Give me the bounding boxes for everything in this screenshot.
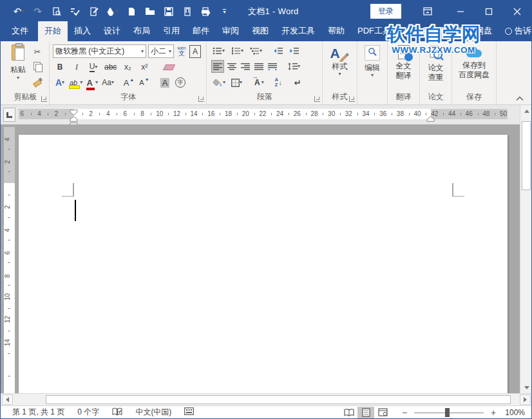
multilevel-list-button[interactable]: ▾: [249, 44, 263, 57]
cut-icon[interactable]: ✂: [32, 45, 43, 58]
proofing-icon[interactable]: [106, 407, 129, 418]
tab-ribbon[interactable]: 视图: [245, 21, 275, 41]
change-case-button[interactable]: Aa▾: [102, 76, 114, 89]
edit-doc-icon[interactable]: [84, 3, 103, 20]
align-right-button[interactable]: [240, 60, 251, 73]
maximize-icon[interactable]: [475, 1, 503, 22]
align-left-button[interactable]: [211, 60, 224, 73]
underline-button[interactable]: U▾: [88, 61, 99, 73]
text-effects-button[interactable]: A▾: [54, 76, 66, 89]
justify-button[interactable]: [253, 60, 265, 73]
font-name-combobox[interactable]: 微软雅黑 (中文正文)▾: [53, 44, 146, 58]
copy-icon[interactable]: [32, 60, 43, 73]
touch-mode-icon[interactable]: ▾: [103, 3, 122, 20]
tab-file[interactable]: 文件: [2, 21, 38, 41]
zoom-out-button[interactable]: −: [400, 407, 409, 418]
highlight-button[interactable]: ab▾: [70, 76, 82, 89]
styles-dialog-launcher-icon[interactable]: [349, 96, 355, 102]
login-button[interactable]: 登录: [370, 4, 401, 19]
clipboard-dialog-launcher-icon[interactable]: [41, 96, 47, 102]
format-painter-icon[interactable]: [32, 75, 43, 88]
asian-layout-button[interactable]: A▾: [253, 76, 265, 89]
distribute-text-button[interactable]: [267, 60, 278, 73]
read-mode-icon[interactable]: [341, 407, 357, 418]
subscript-button[interactable]: x₂: [122, 61, 133, 73]
language-indicator[interactable]: 中文(中国): [129, 407, 178, 418]
vertical-scrollbar[interactable]: [520, 105, 532, 393]
zoom-in-button[interactable]: +: [489, 407, 498, 418]
sort-button[interactable]: AZ↓: [274, 76, 283, 89]
attachment-icon[interactable]: [178, 3, 196, 20]
minimize-icon[interactable]: [446, 1, 475, 22]
collapse-ribbon-icon[interactable]: [516, 94, 524, 99]
horizontal-scrollbar[interactable]: [1, 393, 531, 405]
save-icon[interactable]: [159, 3, 178, 20]
bold-button[interactable]: B: [54, 61, 66, 73]
font-color-button[interactable]: A▾: [86, 76, 98, 89]
grow-font-button[interactable]: A▲: [123, 76, 135, 89]
scroll-right-icon[interactable]: [520, 395, 531, 405]
spelling-icon[interactable]: [66, 3, 84, 20]
italic-button[interactable]: I: [71, 61, 82, 73]
tab-ribbon[interactable]: 引用: [157, 21, 186, 41]
paste-dropdown-icon[interactable]: ▾: [17, 75, 19, 81]
paste-button[interactable]: 粘贴 ▾: [6, 44, 30, 91]
tab-ribbon[interactable]: 更多工具: [406, 21, 452, 41]
editing-dropdown-icon[interactable]: ▾: [371, 73, 374, 78]
clear-formatting-button[interactable]: [163, 61, 175, 73]
show-hide-marks-button[interactable]: ↵: [293, 76, 303, 89]
editing-button[interactable]: 编辑 ▾: [357, 45, 387, 78]
redo-icon[interactable]: ↷: [28, 3, 47, 20]
tab-active[interactable]: 开始: [38, 21, 68, 41]
tab-ribbon[interactable]: 开发工具: [275, 21, 321, 41]
align-center-button[interactable]: [226, 60, 238, 73]
full-text-translate-button[interactable]: 全文 翻译: [388, 45, 419, 81]
close-icon[interactable]: [503, 1, 531, 22]
print-layout-icon[interactable]: [357, 407, 374, 418]
tab-ribbon[interactable]: PDF工具集: [351, 21, 406, 41]
web-layout-icon[interactable]: [374, 407, 391, 418]
word-count[interactable]: 0 个字: [71, 407, 106, 418]
right-indent-marker[interactable]: [426, 115, 435, 124]
decrease-indent-button[interactable]: [272, 44, 285, 57]
paragraph-dialog-launcher-icon[interactable]: [314, 96, 320, 102]
document-page[interactable]: [19, 135, 508, 393]
borders-button[interactable]: ▾: [230, 76, 243, 89]
page-indicator[interactable]: 第 1 页, 共 1 页: [6, 407, 71, 418]
tab-ribbon[interactable]: 百度网盘: [452, 21, 499, 41]
tab-ribbon[interactable]: 邮件: [186, 21, 216, 41]
increase-indent-button[interactable]: [289, 44, 301, 57]
zoom-slider-handle[interactable]: [445, 408, 450, 417]
strikethrough-button[interactable]: abc: [104, 61, 117, 73]
font-dialog-launcher-icon[interactable]: [198, 96, 204, 102]
bullets-button[interactable]: ▾: [211, 44, 226, 57]
thesis-check-button[interactable]: 论文 查重: [420, 45, 451, 83]
styles-button[interactable]: A 样式 ▾: [323, 46, 357, 77]
numbering-button[interactable]: ▾: [230, 44, 245, 57]
superscript-button[interactable]: x²: [138, 61, 150, 73]
font-size-combobox[interactable]: 小二▾: [148, 44, 174, 58]
character-border-icon[interactable]: A: [189, 45, 201, 58]
quick-print-icon[interactable]: [196, 3, 215, 20]
shading-button[interactable]: ▾: [211, 76, 227, 89]
line-spacing-button[interactable]: ▾: [287, 60, 301, 73]
new-doc-icon[interactable]: [122, 3, 140, 20]
tab-ribbon[interactable]: 设计: [97, 21, 127, 41]
scroll-up-icon[interactable]: [521, 106, 532, 116]
zoom-level[interactable]: 100%: [498, 408, 525, 417]
shrink-font-button[interactable]: A▼: [138, 76, 150, 89]
tab-tellme[interactable]: 告诉我: [499, 21, 532, 41]
qat-overflow-icon[interactable]: ▾: [215, 3, 234, 20]
tab-ribbon[interactable]: 审阅: [216, 21, 245, 41]
tab-ribbon[interactable]: 插入: [68, 21, 97, 41]
undo-dropdown-icon[interactable]: ▾: [22, 9, 24, 14]
print-preview-icon[interactable]: [47, 3, 66, 20]
enclose-characters-button[interactable]: 字: [175, 76, 186, 89]
ribbon-display-options-icon[interactable]: [418, 1, 437, 22]
touch-mode-dropdown-icon[interactable]: ▾: [115, 9, 118, 14]
scroll-down-icon[interactable]: [521, 382, 532, 393]
undo-icon[interactable]: ↶▾: [10, 3, 28, 20]
vertical-scroll-thumb[interactable]: [522, 121, 531, 190]
input-mode-icon[interactable]: [178, 407, 200, 417]
save-to-netdisk-button[interactable]: 保存到 百度网盘: [452, 44, 496, 80]
